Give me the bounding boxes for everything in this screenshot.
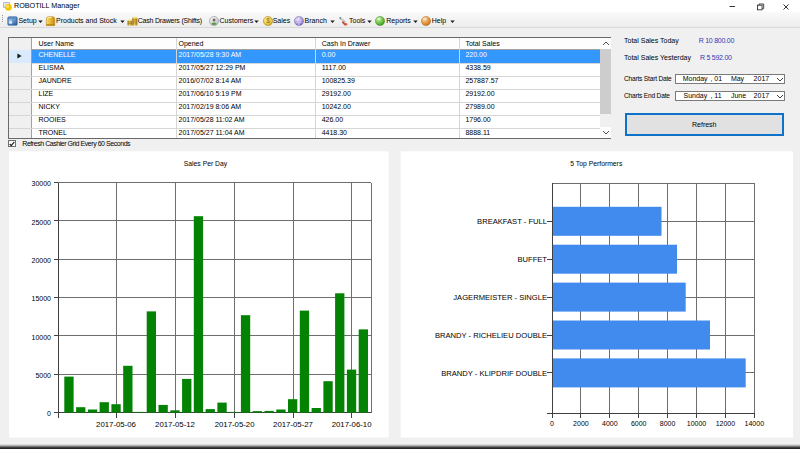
svg-text:12000: 12000 xyxy=(716,420,736,427)
svg-text:10000: 10000 xyxy=(687,420,707,427)
svg-text:BUFFET: BUFFET xyxy=(517,255,547,264)
svg-text:2017-05-06: 2017-05-06 xyxy=(96,420,136,429)
svg-text:2017-06-10: 2017-06-10 xyxy=(332,420,373,429)
svg-text:6000: 6000 xyxy=(631,420,647,427)
svg-text:JAGERMEISTER - SINGLE: JAGERMEISTER - SINGLE xyxy=(453,293,547,302)
svg-text:0: 0 xyxy=(47,410,51,417)
svg-text:14000: 14000 xyxy=(745,420,765,427)
svg-text:25000: 25000 xyxy=(32,219,52,226)
svg-text:2000: 2000 xyxy=(573,420,589,427)
svg-text:2017-05-12: 2017-05-12 xyxy=(155,420,195,429)
svg-text:15000: 15000 xyxy=(32,295,52,302)
svg-text:0: 0 xyxy=(550,420,554,427)
svg-text:2017-05-27: 2017-05-27 xyxy=(273,420,313,429)
svg-text:BRANDY - KLIPDRIF DOUBLE: BRANDY - KLIPDRIF DOUBLE xyxy=(441,369,547,378)
svg-text:8000: 8000 xyxy=(660,420,676,427)
svg-text:5 Top Performers: 5 Top Performers xyxy=(570,160,623,168)
svg-text:2017-05-20: 2017-05-20 xyxy=(215,420,256,429)
svg-text:5000: 5000 xyxy=(35,372,51,379)
svg-text:30000: 30000 xyxy=(32,180,52,187)
svg-text:Sales Per Day: Sales Per Day xyxy=(184,160,228,168)
svg-text:4000: 4000 xyxy=(602,420,618,427)
svg-text:10000: 10000 xyxy=(32,334,52,341)
svg-text:20000: 20000 xyxy=(32,257,52,264)
svg-text:BREAKFAST - FULL: BREAKFAST - FULL xyxy=(477,217,547,226)
svg-text:BRANDY - RICHELIEU DOUBLE: BRANDY - RICHELIEU DOUBLE xyxy=(435,331,547,340)
